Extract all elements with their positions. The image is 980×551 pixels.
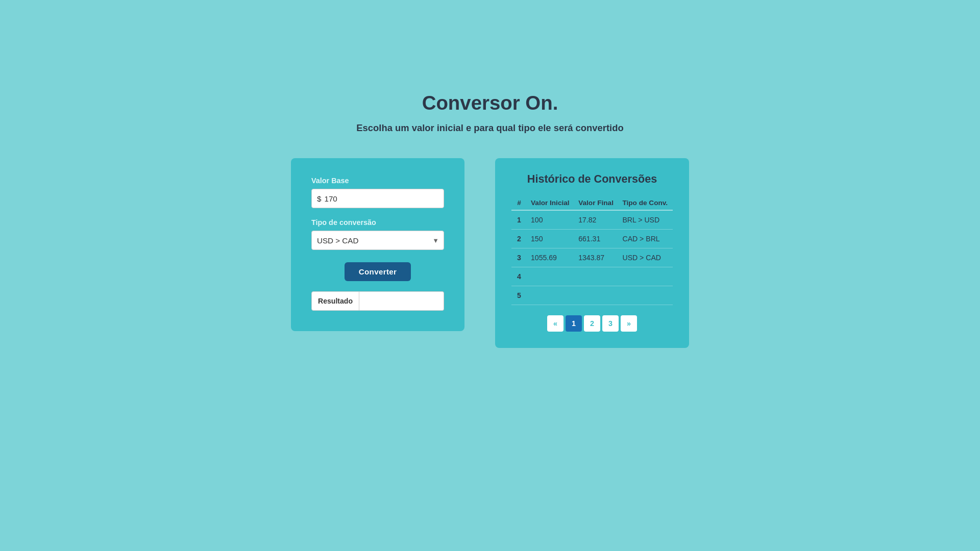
- conversion-type-select[interactable]: BRL > USD USD > BRL USD > CAD CAD > USD …: [311, 231, 444, 250]
- col-header-tipo: Tipo de Conv.: [618, 196, 673, 210]
- table-row: 1 100 17.82 BRL > USD: [511, 210, 673, 230]
- result-label: Resultado: [311, 291, 359, 311]
- valor-base-input-wrapper: $: [311, 189, 444, 208]
- conversion-type-wrapper: BRL > USD USD > BRL USD > CAD CAD > USD …: [311, 231, 444, 250]
- page-title: Conversor On.: [422, 92, 558, 114]
- pagination-next[interactable]: »: [621, 315, 637, 332]
- row-final: [574, 286, 618, 305]
- history-title: Histórico de Conversões: [511, 172, 673, 186]
- table-row: 3 1055.69 1343.87 USD > CAD: [511, 248, 673, 267]
- row-num: 3: [511, 248, 527, 267]
- pagination-page-2[interactable]: 2: [584, 315, 600, 332]
- pagination-prev[interactable]: «: [547, 315, 564, 332]
- row-final: 17.82: [574, 210, 618, 230]
- row-tipo: [618, 267, 673, 286]
- pagination-page-1[interactable]: 1: [566, 315, 582, 332]
- row-inicial: 1055.69: [527, 248, 574, 267]
- row-inicial: 150: [527, 230, 574, 248]
- tipo-conversao-label: Tipo de conversão: [311, 218, 444, 227]
- row-num: 4: [511, 267, 527, 286]
- page-subtitle: Escolha um valor inicial e para qual tip…: [356, 122, 623, 134]
- valor-base-label: Valor Base: [311, 177, 444, 185]
- table-row: 5: [511, 286, 673, 305]
- col-header-inicial: Valor Inicial: [527, 196, 574, 210]
- pagination: « 1 2 3 »: [511, 315, 673, 332]
- row-tipo: BRL > USD: [618, 210, 673, 230]
- col-header-num: #: [511, 196, 527, 210]
- main-content: Valor Base $ Tipo de conversão BRL > USD…: [291, 158, 689, 348]
- table-row: 2 150 661.31 CAD > BRL: [511, 230, 673, 248]
- row-num: 1: [511, 210, 527, 230]
- row-final: [574, 267, 618, 286]
- converter-button[interactable]: Converter: [345, 262, 411, 281]
- row-tipo: CAD > BRL: [618, 230, 673, 248]
- row-inicial: 100: [527, 210, 574, 230]
- result-row: Resultado: [311, 291, 444, 311]
- row-inicial: [527, 286, 574, 305]
- table-row: 4: [511, 267, 673, 286]
- row-final: 661.31: [574, 230, 618, 248]
- currency-prefix: $: [317, 194, 321, 203]
- history-panel: Histórico de Conversões # Valor Inicial …: [495, 158, 689, 348]
- row-tipo: USD > CAD: [618, 248, 673, 267]
- row-num: 2: [511, 230, 527, 248]
- result-value: [359, 291, 444, 311]
- pagination-page-3[interactable]: 3: [602, 315, 619, 332]
- row-tipo: [618, 286, 673, 305]
- col-header-final: Valor Final: [574, 196, 618, 210]
- history-table: # Valor Inicial Valor Final Tipo de Conv…: [511, 196, 673, 305]
- converter-panel: Valor Base $ Tipo de conversão BRL > USD…: [291, 158, 464, 331]
- row-num: 5: [511, 286, 527, 305]
- row-final: 1343.87: [574, 248, 618, 267]
- row-inicial: [527, 267, 574, 286]
- valor-base-input[interactable]: [324, 194, 438, 203]
